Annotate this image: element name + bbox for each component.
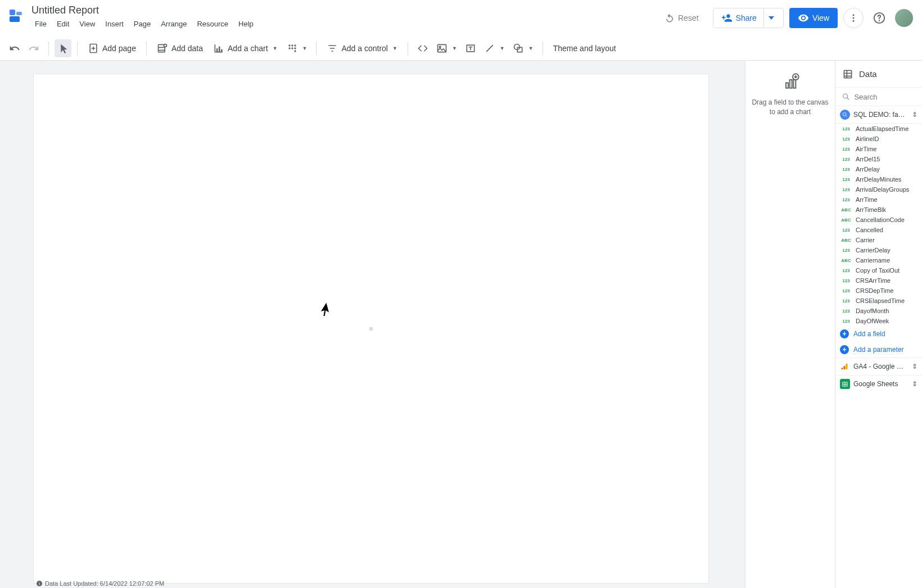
expand-icon[interactable]: ⇕ <box>912 363 918 370</box>
field-item[interactable]: 123ArrDel15 <box>835 154 922 164</box>
svg-point-15 <box>291 44 293 46</box>
number-type-icon: 123 <box>840 298 852 304</box>
field-item[interactable]: ABCCarrier <box>835 235 922 245</box>
expand-icon[interactable]: ⇕ <box>912 111 918 119</box>
menu-insert[interactable]: Insert <box>101 17 128 30</box>
view-button[interactable]: View <box>789 8 838 28</box>
svg-point-5 <box>853 20 855 22</box>
fields-list: 123ActualElapsedTime123AirlineID123AirTi… <box>835 123 922 326</box>
toolbar-separator <box>316 42 317 55</box>
field-name: CRSArrTime <box>856 277 891 284</box>
svg-point-14 <box>288 44 290 46</box>
add-data-button[interactable]: Add data <box>152 39 207 57</box>
share-button[interactable]: Share <box>713 8 784 28</box>
add-page-icon <box>88 43 99 54</box>
menu-arrange[interactable]: Arrange <box>156 17 191 30</box>
field-item[interactable]: 123CarrierDelay <box>835 245 922 255</box>
shape-icon <box>513 43 524 54</box>
field-item[interactable]: 123AirlineID <box>835 134 922 144</box>
data-source-ga4[interactable]: GA4 - Google Merc... ⇕ <box>835 358 922 375</box>
data-source-name: SQL DEMO: faa_fli... <box>853 111 909 119</box>
field-item[interactable]: 123ArrTime <box>835 195 922 205</box>
number-type-icon: 123 <box>840 126 852 132</box>
report-canvas[interactable] <box>34 74 708 583</box>
field-item[interactable]: 123DayofMonth <box>835 306 922 316</box>
community-viz-button[interactable]: ▼ <box>283 39 311 57</box>
data-source-bigquery[interactable]: SQL DEMO: faa_fli... ⇕ <box>835 106 922 123</box>
embed-button[interactable] <box>414 39 432 57</box>
field-item[interactable]: 123CRSDepTime <box>835 286 922 296</box>
image-button[interactable]: ▼ <box>433 39 460 57</box>
field-name: Carriername <box>856 257 890 264</box>
field-item[interactable]: ABCCarriername <box>835 255 922 265</box>
add-parameter-label: Add a parameter <box>853 346 903 354</box>
caret-down-icon <box>769 16 774 20</box>
search-input[interactable] <box>854 93 915 101</box>
canvas-center-marker <box>369 327 373 331</box>
field-item[interactable]: 123AirTime <box>835 144 922 154</box>
add-chart-label: Add a chart <box>228 44 268 53</box>
field-item[interactable]: 123ArrDelayMinutes <box>835 174 922 184</box>
add-data-label: Add data <box>171 44 203 53</box>
field-name: CRSElapsedTime <box>856 297 905 304</box>
svg-rect-36 <box>843 366 845 370</box>
canvas-area[interactable]: Data Last Updated: 6/14/2022 12:07:02 PM <box>0 61 745 588</box>
field-item[interactable]: 123ArrDelay <box>835 164 922 174</box>
text-button[interactable] <box>462 39 480 57</box>
add-control-button[interactable]: Add a control ▼ <box>322 39 401 57</box>
menu-help[interactable]: Help <box>234 17 258 30</box>
field-item[interactable]: 123ArrivalDelayGroups <box>835 184 922 195</box>
undo-button[interactable] <box>6 39 24 57</box>
bigquery-icon <box>840 110 850 120</box>
shape-button[interactable]: ▼ <box>509 39 537 57</box>
svg-rect-12 <box>219 46 220 52</box>
theme-layout-button[interactable]: Theme and layout <box>549 39 621 57</box>
select-tool[interactable] <box>55 39 71 57</box>
field-search[interactable] <box>835 88 922 106</box>
menu-edit[interactable]: Edit <box>52 17 74 30</box>
add-parameter-button[interactable]: + Add a parameter <box>835 342 922 358</box>
field-name: CarrierDelay <box>856 247 891 254</box>
user-avatar[interactable] <box>895 9 913 27</box>
expand-icon[interactable]: ⇕ <box>912 380 918 388</box>
field-item[interactable]: 123Cancelled <box>835 225 922 235</box>
more-options-button[interactable] <box>843 8 864 28</box>
field-item[interactable]: 123ActualElapsedTime <box>835 124 922 134</box>
undo-icon <box>665 13 675 23</box>
redo-button[interactable] <box>25 39 43 57</box>
add-data-icon <box>157 43 168 54</box>
menu-file[interactable]: File <box>30 17 51 30</box>
data-source-sheets[interactable]: Google Sheets ⇕ <box>835 375 922 392</box>
field-item[interactable]: ABCCancellationCode <box>835 215 922 225</box>
data-refresh-footnote: Data Last Updated: 6/14/2022 12:07:02 PM <box>36 580 164 587</box>
field-item[interactable]: 123CRSElapsedTime <box>835 296 922 306</box>
more-vert-icon <box>848 13 858 23</box>
add-page-button[interactable]: Add page <box>83 39 141 57</box>
help-button[interactable] <box>869 8 889 28</box>
menu-resource[interactable]: Resource <box>192 17 233 30</box>
analytics-icon <box>840 361 850 372</box>
add-field-button[interactable]: + Add a field <box>835 326 922 342</box>
field-item[interactable]: ABCArrTimeBlk <box>835 205 922 215</box>
menu-page[interactable]: Page <box>129 17 155 30</box>
svg-rect-1 <box>16 12 22 15</box>
search-icon <box>842 92 849 101</box>
menu-view[interactable]: View <box>75 17 100 30</box>
text-type-icon: ABC <box>840 237 852 243</box>
number-type-icon: 123 <box>840 318 852 324</box>
field-item[interactable]: 123DayOfWeek <box>835 316 922 326</box>
field-item[interactable]: 123CRSArrTime <box>835 275 922 286</box>
field-item[interactable]: 123Copy of TaxiOut <box>835 265 922 275</box>
number-type-icon: 123 <box>840 278 852 284</box>
svg-point-4 <box>853 17 855 19</box>
line-button[interactable]: ▼ <box>481 39 508 57</box>
svg-point-37 <box>841 368 843 369</box>
share-dropdown-caret[interactable] <box>763 8 779 28</box>
looker-studio-logo-icon[interactable] <box>6 6 26 26</box>
reset-button[interactable]: Reset <box>656 8 707 28</box>
toolbar-separator <box>146 42 147 55</box>
add-chart-button[interactable]: Add a chart ▼ <box>209 39 282 57</box>
number-type-icon: 123 <box>840 197 852 203</box>
document-title[interactable]: Untitled Report <box>29 4 258 17</box>
undo-icon <box>9 43 20 54</box>
